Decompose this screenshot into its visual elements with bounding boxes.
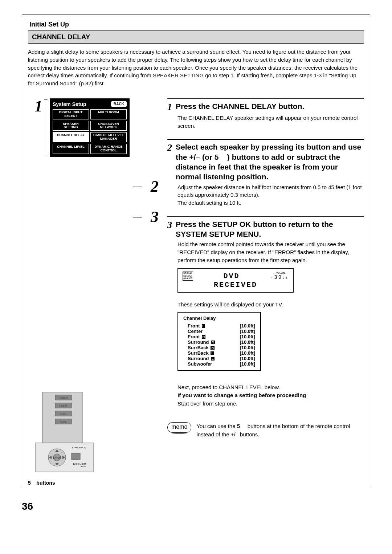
menu-button[interactable]: DIGITAL INPUT SELECT bbox=[53, 109, 89, 119]
step-number: 1 bbox=[167, 101, 172, 113]
callout-2: 2 bbox=[144, 179, 159, 195]
step-title: Press the SETUP OK button to return to t… bbox=[176, 219, 364, 239]
breadcrumb: Initial Set Up bbox=[28, 19, 364, 30]
menu-button[interactable]: MULTI ROOM bbox=[90, 109, 127, 119]
svg-text:TV/SAT: TV/SAT bbox=[59, 404, 68, 407]
svg-text:VCR2: VCR2 bbox=[60, 420, 67, 423]
table-row: Subwoofer[10.0ft] bbox=[183, 361, 255, 367]
memo-row: memo You can use the 5 buttons at the bo… bbox=[167, 422, 364, 439]
signal-indicator: SIGNAL SELECT ANALOG bbox=[183, 272, 193, 281]
bracket-icon bbox=[44, 99, 48, 156]
step-number: 2 bbox=[167, 142, 172, 153]
remote-caption: 5 buttons bbox=[28, 480, 159, 486]
intro-paragraph: Adding a slight delay to some speakers i… bbox=[28, 48, 364, 87]
connector-line bbox=[133, 217, 142, 225]
step-title: Select each speaker by pressing its butt… bbox=[176, 142, 364, 182]
step-body: The CHANNEL DELAY speaker settings will … bbox=[177, 114, 364, 130]
svg-text:ENTER: ENTER bbox=[53, 457, 61, 459]
header-box: Initial Set Up CHANNEL DELAY Adding a sl… bbox=[22, 15, 370, 486]
table-row: SurrBack R[10.0ft] bbox=[183, 345, 255, 350]
table-row: Center[10.0ft] bbox=[183, 329, 255, 334]
display-volume: — VOLUME — -39dB bbox=[270, 272, 289, 280]
receiver-display: SIGNAL SELECT ANALOG DVD — VOLUME — -39d… bbox=[177, 268, 294, 293]
menu-button[interactable]: BASS PEAK LEVEL MANAGER bbox=[90, 132, 127, 142]
remote-illustration: DVD/LD TV/SAT VCR1 VCR2 ENTER bbox=[28, 392, 159, 486]
next-instructions: Next, proceed to CHANNEL LEVEL below. If… bbox=[177, 383, 364, 408]
svg-rect-16 bbox=[72, 453, 80, 460]
system-setup-panel: System Setup BACK DIGITAL INPUT SELECTMU… bbox=[50, 98, 130, 157]
table-row: Front L[10.0ft] bbox=[183, 323, 255, 329]
callout-1: 1 bbox=[28, 98, 42, 114]
step-1: 1 Press the CHANNEL DELAY button. The CH… bbox=[167, 98, 364, 130]
svg-text:VCR1: VCR1 bbox=[60, 412, 67, 415]
step-body: Adjust the speaker distance in half foot… bbox=[177, 183, 364, 207]
section-title: CHANNEL DELAY bbox=[28, 31, 364, 44]
panel-title: System Setup bbox=[53, 101, 86, 107]
menu-button[interactable]: CHANNEL LEVEL bbox=[53, 144, 89, 154]
table-row: Surround L[10.0ft] bbox=[183, 356, 255, 361]
step-title: Press the CHANNEL DELAY button. bbox=[176, 101, 304, 111]
right-column: 1 Press the CHANNEL DELAY button. The CH… bbox=[167, 98, 364, 486]
chdelay-title: Channel Delay bbox=[183, 315, 255, 321]
step-3: 3 Press the SETUP OK button to return to… bbox=[167, 216, 364, 439]
table-row: Front R[10.0ft] bbox=[183, 334, 255, 339]
display-main: DVD bbox=[224, 272, 240, 280]
step-body: Hold the remote control pointed towards … bbox=[177, 240, 364, 264]
memo-icon: memo bbox=[167, 422, 191, 433]
left-column: 1 System Setup BACK DIGITAL INPUT SELECT… bbox=[28, 98, 159, 486]
table-row: Surround R[10.0ft] bbox=[183, 339, 255, 345]
step-number: 3 bbox=[167, 219, 172, 231]
remote-label: DVD/LD bbox=[58, 396, 68, 399]
memo-text: You can use the 5 buttons at the bottom … bbox=[196, 422, 364, 439]
menu-button[interactable]: CHANNEL DELAY bbox=[53, 132, 89, 142]
channel-delay-box: Channel Delay Front L[10.0ft]Center[10.0… bbox=[177, 312, 261, 371]
svg-text:STANDBY/ON: STANDBY/ON bbox=[72, 447, 86, 449]
display-line2: RECEIVED bbox=[183, 281, 289, 289]
back-button[interactable]: BACK bbox=[111, 101, 127, 107]
connector-line bbox=[133, 187, 142, 195]
tv-note: These settings will be displayed on your… bbox=[177, 301, 364, 307]
svg-text:on/off: on/off bbox=[81, 465, 86, 468]
step-2: 2 Select each speaker by pressing its bu… bbox=[167, 139, 364, 207]
callout-3: 3 bbox=[144, 209, 159, 225]
table-row: SurrBack L[10.0ft] bbox=[183, 350, 255, 356]
svg-text:BACK LIGHT: BACK LIGHT bbox=[73, 463, 86, 465]
menu-button[interactable]: DYNAMIC RANGE CONTROL bbox=[90, 144, 127, 154]
remote-svg: DVD/LD TV/SAT VCR1 VCR2 ENTER bbox=[28, 392, 101, 476]
page-number: 36 bbox=[22, 501, 370, 512]
menu-button[interactable]: CROSSOVER NETWORK bbox=[90, 121, 127, 131]
menu-button[interactable]: SPEAKER SETTING bbox=[53, 121, 89, 131]
